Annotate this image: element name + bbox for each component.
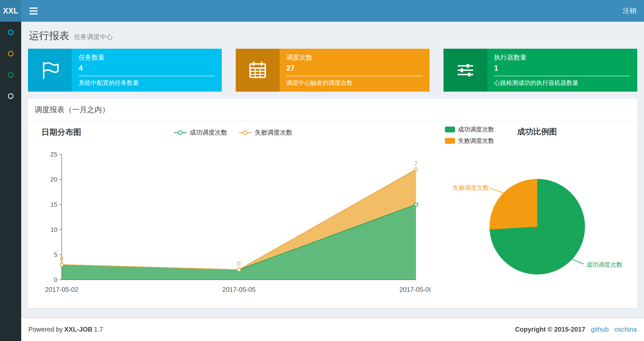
content-area: 运行报表 任务调度中心 任务数量 4 系统中配置的任务数量 [21, 22, 644, 317]
info-box: 执行器数量 1 心跳检测成功的执行器机器数量 [444, 49, 637, 92]
sliders-icon [444, 49, 487, 92]
version: 1.7 [94, 326, 103, 333]
legend-item-success[interactable]: 成功调度次数 [445, 125, 494, 133]
circle-icon [8, 51, 14, 57]
info-box-body: 执行器数量 1 心跳检测成功的执行器机器数量 [487, 49, 637, 92]
line-chart-legend: 成功调度次数失败调度次数 [35, 128, 430, 137]
svg-text:2017-05-05: 2017-05-05 [222, 286, 256, 293]
info-box: 任务数量 4 系统中配置的任务数量 [28, 49, 222, 92]
page-title: 运行报表 [29, 30, 70, 41]
app-logo[interactable]: XXL [0, 0, 21, 22]
legend-label: 失败调度次数 [255, 128, 292, 137]
circle-icon [8, 93, 14, 99]
info-box-row: 任务数量 4 系统中配置的任务数量 调度次数 [28, 49, 637, 92]
legend-line-icon [173, 130, 187, 136]
flag-icon [28, 49, 72, 92]
info-box-body: 任务数量 4 系统中配置的任务数量 [72, 49, 222, 92]
pie-chart-title: 成功比例图 [517, 126, 557, 137]
svg-text:0: 0 [60, 255, 64, 262]
report-panel: 调度报表（一月之内） 日期分布图 成功调度次数失败调度次数 0510152025… [28, 99, 637, 308]
svg-text:10: 10 [50, 226, 57, 233]
hamburger-icon [30, 8, 38, 15]
legend-swatch-icon [445, 127, 455, 132]
legend-item-fail[interactable]: 失败调度次数 [445, 137, 494, 145]
info-box: 调度次数 27 调度中心触发的调度次数 [236, 49, 430, 92]
legend-label: 失败调度次数 [458, 137, 494, 145]
success-ratio-chart: 成功调度次数 失败调度次数 成功比例图 失败调度次数 成功调度次数 [445, 125, 640, 304]
brand-name: XXL-JOB [64, 326, 92, 333]
panel-title: 调度报表（一月之内） [28, 99, 637, 121]
svg-text:7: 7 [414, 160, 418, 167]
panel-body: 日期分布图 成功调度次数失败调度次数 05101520252017-05-022… [28, 121, 637, 308]
info-box-body: 调度次数 27 调度中心触发的调度次数 [280, 49, 430, 92]
legend-item[interactable]: 失败调度次数 [238, 128, 292, 137]
pie-label-success: 成功调度次数 [586, 261, 622, 269]
svg-text:5: 5 [54, 251, 57, 258]
svg-text:0: 0 [237, 260, 240, 267]
top-navbar: XXL 注销 [0, 0, 644, 22]
circle-icon [8, 72, 14, 78]
svg-text:0: 0 [54, 276, 57, 283]
powered-by: Powered byXXL-JOB1.7 [28, 326, 103, 333]
info-box-value: 27 [286, 64, 423, 73]
legend-line-icon [238, 130, 252, 136]
circle-icon [8, 30, 14, 35]
pie-label-fail: 失败调度次数 [445, 184, 489, 192]
sidebar-item-1[interactable] [0, 22, 21, 43]
sidebar-item-2[interactable] [0, 43, 21, 64]
info-box-value: 4 [78, 64, 215, 73]
svg-text:2017-05-02: 2017-05-02 [45, 286, 78, 293]
info-box-desc: 系统中配置的任务数量 [78, 79, 215, 87]
divider [78, 76, 215, 76]
sidebar-item-3[interactable] [0, 64, 21, 85]
divider [286, 76, 423, 76]
oschina-link[interactable]: oschina [614, 326, 637, 333]
info-box-title: 调度次数 [286, 53, 423, 62]
copyright: Copyright © 2015-2017 [515, 326, 586, 333]
legend-label: 成功调度次数 [190, 128, 227, 137]
legend-item[interactable]: 成功调度次数 [173, 128, 227, 137]
divider [494, 76, 630, 76]
page-header: 运行报表 任务调度中心 [29, 29, 637, 42]
calendar-icon [236, 49, 280, 92]
info-box-desc: 心跳检测成功的执行器机器数量 [494, 79, 630, 87]
footer: Powered byXXL-JOB1.7 Copyright © 2015-20… [21, 317, 644, 341]
footer-links: Copyright © 2015-2017 github oschina [515, 326, 637, 333]
info-box-title: 任务数量 [78, 53, 215, 62]
pie-chart-legend: 成功调度次数 失败调度次数 [445, 125, 494, 148]
svg-text:25: 25 [50, 151, 57, 158]
menu-toggle-button[interactable] [25, 0, 42, 22]
info-box-title: 执行器数量 [494, 53, 630, 62]
line-chart-plot: 05101520252017-05-022017-05-052017-05-08… [35, 146, 430, 304]
page-subtitle: 任务调度中心 [74, 33, 113, 41]
sidebar [0, 22, 21, 341]
svg-text:15: 15 [50, 201, 57, 208]
date-distribution-chart: 日期分布图 成功调度次数失败调度次数 05101520252017-05-022… [35, 125, 430, 304]
info-box-desc: 调度中心触发的调度次数 [286, 79, 423, 87]
legend-swatch-icon [445, 138, 455, 144]
logout-button[interactable]: 注销 [615, 0, 644, 22]
svg-text:20: 20 [50, 176, 57, 183]
legend-label: 成功调度次数 [458, 125, 494, 133]
svg-text:2017-05-08: 2017-05-08 [399, 286, 430, 293]
powered-prefix: Powered by [28, 326, 63, 333]
github-link[interactable]: github [591, 326, 609, 333]
sidebar-item-4[interactable] [0, 85, 21, 107]
info-box-value: 1 [494, 64, 630, 73]
pie-plot[interactable] [490, 179, 585, 274]
